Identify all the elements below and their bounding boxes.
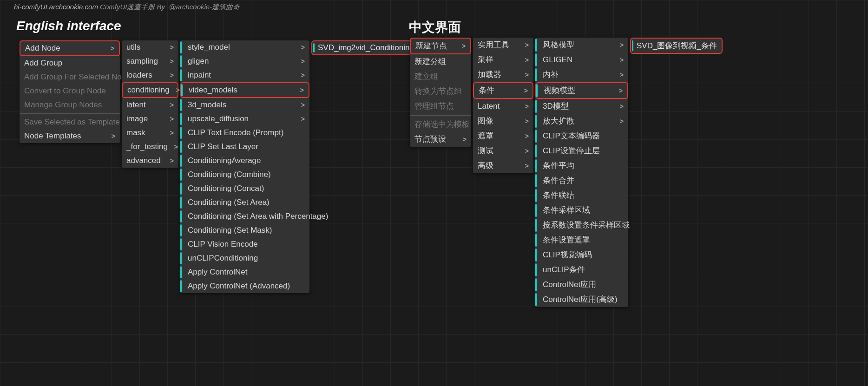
en-col1-item[interactable]: Add Group — [20, 56, 120, 70]
chevron-right-icon: > — [301, 70, 305, 80]
en-col3-item[interactable]: CLIP Text Encode (Prompt) — [180, 126, 309, 140]
en-col3-item[interactable]: ConditioningAverage — [180, 154, 309, 168]
cn-col3-item[interactable]: 3D模型> — [535, 99, 628, 114]
cn-col3-item[interactable]: CLIP视觉编码 — [535, 248, 628, 262]
cn-col1-item[interactable]: 新建节点> — [410, 38, 471, 54]
cn-col3-item[interactable]: 条件联结 — [535, 188, 628, 203]
en-col3-item[interactable]: Apply ControlNet (Advanced) — [180, 279, 309, 293]
cn-col2-item[interactable]: 加载器> — [473, 67, 533, 82]
menu-item-label: inpaint — [185, 70, 211, 80]
chevron-right-icon: > — [620, 116, 624, 126]
chevron-right-icon: > — [525, 116, 529, 126]
menu-item-label: ControlNet应用 — [540, 280, 596, 290]
menu-item-label: 3d_models — [185, 100, 226, 110]
header-domain: hi-comfyUI.archcookie.com — [14, 3, 98, 11]
chevron-right-icon: > — [620, 70, 624, 80]
en-col1-separator — [20, 113, 120, 114]
cn-col3-item[interactable]: 条件设置遮罩 — [535, 233, 628, 248]
en-col3-item[interactable]: Apply ControlNet — [180, 265, 309, 279]
en-col1-item[interactable]: Add Node> — [20, 40, 120, 56]
menu-item-label: unCLIPConditioning — [185, 253, 258, 263]
menu-item-label: _for_testing — [126, 142, 168, 152]
en-col3-item[interactable]: inpaint> — [180, 68, 309, 82]
cn-col2-item[interactable]: 条件> — [473, 82, 533, 99]
en-col3-item[interactable]: gligen> — [180, 54, 309, 68]
cn-col2-item[interactable]: 采样> — [473, 52, 533, 67]
cn-col2-item[interactable]: Latent> — [473, 99, 533, 114]
chevron-right-icon: > — [170, 100, 174, 110]
en-col3-item[interactable]: video_models> — [180, 82, 309, 98]
chevron-right-icon: > — [462, 41, 466, 51]
en-col2-item[interactable]: mask> — [122, 126, 178, 140]
leaf-node-en[interactable]: SVD_img2vid_Conditioning — [311, 40, 420, 55]
menu-item-label: 高级 — [478, 161, 493, 171]
cn-col3-item[interactable]: CLIP文本编码器 — [535, 129, 628, 144]
cn-col3-item[interactable]: GLIGEN> — [535, 52, 628, 67]
en-col3-item[interactable]: unCLIPConditioning — [180, 251, 309, 265]
menu-item-label: Add Node — [25, 43, 60, 53]
cn-col3-item[interactable]: 内补> — [535, 67, 628, 82]
cn-col3-item[interactable]: 条件采样区域 — [535, 203, 628, 218]
en-col3-item[interactable]: CLIP Set Last Layer — [180, 140, 309, 154]
cn-col1-separator — [410, 115, 471, 116]
en-col3-item[interactable]: upscale_diffusion> — [180, 112, 309, 126]
cn-col1-item: 转换为节点组 — [410, 84, 471, 99]
cn-col3-item[interactable]: 放大扩散> — [535, 114, 628, 129]
en-col3-item[interactable]: Conditioning (Combine) — [180, 168, 309, 182]
en-col3-item[interactable]: Conditioning (Concat) — [180, 182, 309, 196]
menu-item-label: 条件 — [479, 85, 494, 96]
cn-col3-item[interactable]: 按系数设置条件采样区域 — [535, 218, 628, 233]
cn-col2-item[interactable]: 遮罩> — [473, 129, 533, 144]
leaf-node-cn[interactable]: SVD_图像到视频_条件 — [630, 38, 723, 54]
cn-col3-item[interactable]: CLIP设置停止层 — [535, 144, 628, 158]
cn-col3-item[interactable]: ControlNet应用(高级) — [535, 292, 628, 307]
menu-item-label: ConditioningAverage — [185, 156, 261, 166]
menu-item-label: ControlNet应用(高级) — [540, 294, 618, 305]
menu-item-label: Save Selected as Template — [24, 117, 120, 127]
leaf-node-label: SVD_图像到视频_条件 — [637, 41, 717, 50]
cn-col3-item[interactable]: 视频模型> — [535, 82, 628, 99]
menu-item-label: Manage Group Nodes — [24, 100, 102, 110]
en-col3-item[interactable]: style_model> — [180, 40, 309, 54]
cn-col1-item[interactable]: 节点预设> — [410, 132, 471, 147]
en-col3-item[interactable]: Conditioning (Set Mask) — [180, 223, 309, 237]
menu-item-label: Conditioning (Set Area) — [185, 197, 270, 208]
en-col2-item[interactable]: sampling> — [122, 54, 178, 68]
cn-col2-item[interactable]: 高级> — [473, 158, 533, 173]
menu-item-label: utils — [126, 42, 140, 52]
menu-item-label: 存储选中为模板 — [414, 119, 470, 130]
en-col2-item[interactable]: _for_testing> — [122, 140, 178, 154]
chevron-right-icon: > — [112, 131, 115, 141]
menu-item-label: loaders — [126, 70, 152, 80]
cn-col2-item[interactable]: 图像> — [473, 114, 533, 129]
menu-item-label: CLIP设置停止层 — [540, 146, 600, 156]
menu-item-label: 采样 — [478, 55, 493, 65]
en-col3-item[interactable]: 3d_models> — [180, 98, 309, 112]
cn-col3-item[interactable]: 风格模型> — [535, 38, 628, 52]
en-col2-item[interactable]: loaders> — [122, 68, 178, 82]
cn-col3-item[interactable]: ControlNet应用 — [535, 277, 628, 292]
en-col2-item[interactable]: image> — [122, 112, 178, 126]
section-title-en: English interface — [16, 19, 121, 33]
en-col3-item[interactable]: Conditioning (Set Area) — [180, 196, 309, 209]
cn-col3-item[interactable]: 条件平均 — [535, 158, 628, 173]
menu-item-label: Latent — [478, 101, 500, 111]
en-col3-item[interactable]: Conditioning (Set Area with Percentage) — [180, 209, 309, 223]
en-col2-item[interactable]: latent> — [122, 98, 178, 112]
en-col2-item[interactable]: advanced> — [122, 154, 178, 168]
en-col2-item[interactable]: conditioning> — [122, 82, 178, 98]
menu-item-label: gligen — [185, 56, 209, 66]
cn-col2-item[interactable]: 实用工具> — [473, 38, 533, 52]
cn-col3-item[interactable]: unCLIP条件 — [535, 262, 628, 277]
chevron-right-icon: > — [525, 40, 529, 50]
chevron-right-icon: > — [525, 146, 529, 156]
en-col1-item[interactable]: Node Templates> — [20, 129, 120, 143]
en-col1-item: Save Selected as Template — [20, 115, 120, 129]
en-col2-item[interactable]: utils> — [122, 40, 178, 54]
cn-col2-item[interactable]: 测试> — [473, 144, 533, 158]
menu-item-label: CLIP视觉编码 — [540, 250, 592, 260]
en-col3-item[interactable]: CLIP Vision Encode — [180, 237, 309, 251]
cn-col3-item[interactable]: 条件合并 — [535, 173, 628, 188]
cn-col1-item[interactable]: 新建分组 — [410, 54, 471, 69]
menu-item-label: 图像 — [478, 116, 493, 126]
